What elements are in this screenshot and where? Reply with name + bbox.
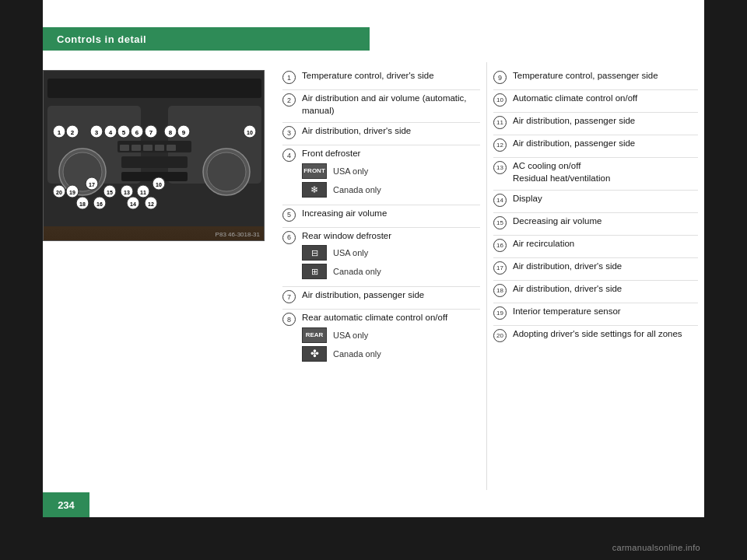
rear-auto-usa-icon: REAR [302,327,327,343]
svg-text:9: 9 [182,129,186,136]
item-text-20: Adopting driver's side settings for all … [513,328,698,341]
item-text-12: Air distribution, passenger side [513,138,698,150]
front-defroster-canada-icon: ❄ [302,182,327,198]
svg-text:20: 20 [56,190,62,195]
front-defroster-usa-label: USA only [333,166,368,176]
page-number: 234 [58,499,75,511]
svg-text:13: 13 [124,190,130,195]
sub-item-rear-auto-canada: ✤ Canada only [302,346,480,362]
sub-item-rear-usa: ⊟ USA only [302,245,480,261]
svg-rect-13 [143,145,153,151]
list-item-20: 20 Adopting driver's side settings for a… [493,328,698,342]
right-list-panel: 9 Temperature control, passenger side 10… [486,62,704,490]
list-item-14: 14 Display [493,193,698,207]
item-text-18: Air distribution, driver's side [513,283,698,296]
image-panel: 1 2 3 4 5 6 7 8 9 [43,62,276,490]
item-text-16: Air recirculation [513,238,698,250]
list-item-5: 5 Increasing air volume [282,208,480,222]
svg-text:5: 5 [122,129,126,136]
svg-text:15: 15 [107,190,113,195]
svg-text:18: 18 [79,201,86,207]
list-item-8: 8 Rear automatic climate control on/off … [282,312,480,363]
svg-text:12: 12 [148,201,154,207]
list-item-7: 7 Air distribution, passenger side [282,289,480,303]
item-text-2: Air distribution and air volume (automat… [302,93,480,117]
item-num-1: 1 [282,70,298,84]
list-item-6: 6 Rear window defroster ⊟ USA only ⊞ Can… [282,230,480,282]
list-item-15: 15 Decreasing air volume [493,215,698,229]
sub-item-front-canada: ❄ Canada only [302,182,480,198]
rear-auto-canada-label: Canada only [333,349,381,359]
svg-text:14: 14 [130,201,136,207]
left-list-panel: 1 Temperature control, driver's side 2 A… [276,62,486,490]
svg-text:6: 6 [135,129,139,136]
list-item-17: 17 Air distribution, driver's side [493,261,698,275]
svg-text:11: 11 [140,190,146,195]
rear-defroster-canada-icon: ⊞ [302,264,327,279]
header-title: Controls in detail [57,33,146,45]
svg-rect-12 [132,145,141,151]
svg-point-7 [207,152,246,191]
item-text-9: Temperature control, passenger side [513,70,698,82]
dashboard-image: 1 2 3 4 5 6 7 8 9 [43,70,265,241]
sub-item-rear-canada: ⊞ Canada only [302,264,480,279]
list-item-11: 11 Air distribution, passenger side [493,115,698,129]
list-item-18: 18 Air distribution, driver's side [493,283,698,297]
svg-text:7: 7 [149,129,153,136]
svg-text:2: 2 [71,129,75,136]
svg-text:1: 1 [58,129,61,136]
sub-item-rear-auto-usa: REAR USA only [302,327,480,343]
item-text-6: Rear window defroster [302,231,391,240]
image-label: P83 46-3018-31 [216,231,260,238]
list-item-12: 12 Air distribution, passenger side [493,138,698,152]
svg-text:8: 8 [169,129,173,136]
item-text-17: Air distribution, driver's side [513,261,698,273]
svg-rect-15 [167,145,176,151]
item-text-11: Air distribution, passenger side [513,115,698,128]
rear-auto-usa-label: USA only [333,331,368,340]
rear-auto-canada-icon: ✤ [302,346,327,362]
list-item-19: 19 Interior temperature sensor [493,306,698,320]
svg-text:10: 10 [156,182,162,187]
svg-rect-1 [47,79,261,98]
svg-text:4: 4 [109,129,113,136]
list-item-3: 3 Air distribution, driver's side [282,125,480,139]
item-text-10: Automatic climate control on/off [513,93,698,105]
item-text-14: Display [513,193,698,205]
svg-text:16: 16 [96,201,103,207]
list-item-16: 16 Air recirculation [493,238,698,252]
svg-rect-14 [155,145,164,151]
item-text-8: Rear automatic climate control on/off [302,313,447,322]
list-item-9: 9 Temperature control, passenger side [493,70,698,84]
svg-text:19: 19 [69,190,75,195]
dashboard-simulation: 1 2 3 4 5 6 7 8 9 [44,71,264,240]
rear-defroster-usa-label: USA only [333,248,368,257]
page-number-box: 234 [43,492,89,517]
list-item-4: 4 Front defroster FRONT USA only ❄ Canad… [282,148,480,199]
list-item-1: 1 Temperature control, driver's side [282,70,480,84]
list-item-2: 2 Air distribution and air volume (autom… [282,93,480,117]
header-bar: Controls in detail [43,27,370,51]
svg-text:3: 3 [95,129,99,136]
item-text-19: Interior temperature sensor [513,306,698,318]
item-text-4: Front defroster [302,149,360,158]
svg-text:17: 17 [89,182,95,187]
item-text-15: Decreasing air volume [513,215,698,228]
rear-defroster-canada-label: Canada only [333,267,381,276]
content-area: 1 2 3 4 5 6 7 8 9 [43,62,704,490]
list-item-13: 13 AC cooling on/off Residual heat/venti… [493,160,698,184]
svg-rect-11 [120,145,129,151]
list-item-10: 10 Automatic climate control on/off [493,93,698,107]
front-defroster-usa-icon: FRONT [302,163,327,179]
svg-text:10: 10 [247,130,253,135]
item-text-5: Increasing air volume [302,208,480,220]
watermark: carmanualsonline.info [612,543,700,552]
item-text-13: AC cooling on/off Residual heat/ventilat… [513,160,698,184]
item-text-1: Temperature control, driver's side [302,70,480,82]
front-defroster-canada-label: Canada only [333,185,381,194]
sub-item-front-usa: FRONT USA only [302,163,480,179]
item-text-3: Air distribution, driver's side [302,125,480,138]
item-text-7: Air distribution, passenger side [302,289,480,302]
rear-defroster-usa-icon: ⊟ [302,245,327,261]
svg-rect-9 [121,156,188,168]
